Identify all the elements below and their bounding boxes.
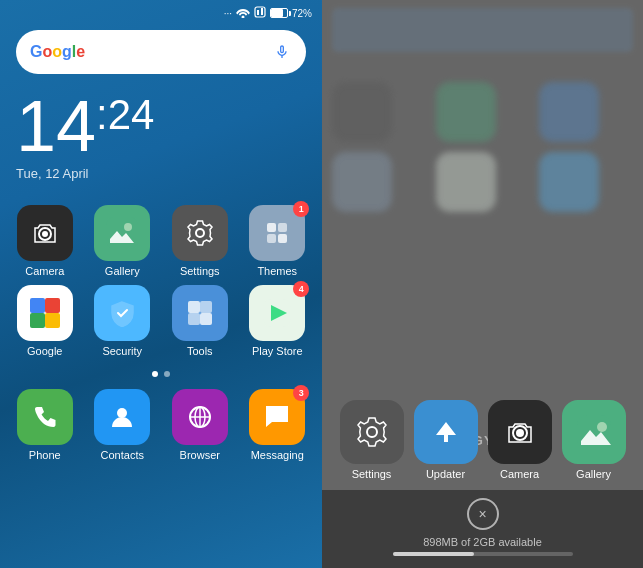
- messaging-badge: 3: [293, 385, 309, 401]
- themes-label: Themes: [257, 265, 297, 277]
- page-dots: [0, 371, 322, 377]
- battery-percent: 72%: [292, 8, 312, 19]
- switcher-updater-icon: [414, 400, 478, 464]
- messaging-label: Messaging: [251, 449, 304, 461]
- svg-rect-17: [188, 313, 200, 325]
- gallery-label: Gallery: [105, 265, 140, 277]
- app-switcher-row: Settings Updater: [322, 390, 643, 490]
- svg-rect-1: [257, 10, 259, 15]
- svg-rect-10: [278, 234, 287, 243]
- dot-2[interactable]: [164, 371, 170, 377]
- switcher-settings-label: Settings: [352, 468, 392, 480]
- switcher-gallery-label: Gallery: [576, 468, 611, 480]
- svg-rect-14: [45, 313, 60, 328]
- tools-label: Tools: [187, 345, 213, 357]
- contacts-label: Contacts: [101, 449, 144, 461]
- app-item-messaging[interactable]: 3 Messaging: [243, 389, 313, 461]
- svg-point-28: [597, 422, 607, 432]
- switcher-gallery-icon: [562, 400, 626, 464]
- security-icon: [94, 285, 150, 341]
- svg-rect-18: [200, 313, 212, 325]
- camera-icon: [17, 205, 73, 261]
- switcher-camera-label: Camera: [500, 468, 539, 480]
- security-label: Security: [102, 345, 142, 357]
- svg-rect-11: [30, 298, 45, 313]
- app-item-playstore[interactable]: 4 Play Store: [243, 285, 313, 357]
- browser-label: Browser: [180, 449, 220, 461]
- switcher-camera[interactable]: Camera: [488, 400, 552, 480]
- switcher-camera-icon: [488, 400, 552, 464]
- close-memory-bar: × 898MB of 2GB available: [322, 490, 643, 568]
- tools-icon: [172, 285, 228, 341]
- settings-label: Settings: [180, 265, 220, 277]
- left-panel: ··· 72% Google: [0, 0, 322, 568]
- svg-rect-16: [200, 301, 212, 313]
- svg-rect-15: [188, 301, 200, 313]
- svg-point-26: [516, 429, 524, 437]
- svg-rect-12: [45, 298, 60, 313]
- app-item-phone[interactable]: Phone: [10, 389, 80, 461]
- close-icon: ×: [478, 506, 486, 522]
- phone-icon: [17, 389, 73, 445]
- svg-point-20: [117, 408, 127, 418]
- date-display: Tue, 12 April: [16, 166, 306, 181]
- svg-rect-13: [30, 313, 45, 328]
- svg-rect-5: [106, 217, 138, 249]
- signal-icon: ···: [224, 8, 232, 19]
- themes-badge: 1: [293, 201, 309, 217]
- right-tray: Settings Updater: [322, 390, 643, 568]
- memory-bar-fill: [393, 552, 474, 556]
- app-item-tools[interactable]: Tools: [165, 285, 235, 357]
- clock-area: 14 : 24 Tue, 12 April: [0, 82, 322, 181]
- app-item-themes[interactable]: 1 Themes: [243, 205, 313, 277]
- time-hour: 14: [16, 90, 96, 162]
- browser-icon: [172, 389, 228, 445]
- right-panel: M BIGYAAN Settings: [322, 0, 643, 568]
- app-item-contacts[interactable]: Contacts: [88, 389, 158, 461]
- settings-icon: [172, 205, 228, 261]
- search-bar[interactable]: Google: [16, 30, 306, 74]
- close-button[interactable]: ×: [467, 498, 499, 530]
- svg-rect-7: [267, 223, 276, 232]
- status-bar: ··· 72%: [0, 0, 322, 22]
- app-item-camera[interactable]: Camera: [10, 205, 80, 277]
- app-item-security[interactable]: Security: [88, 285, 158, 357]
- switcher-gallery[interactable]: Gallery: [562, 400, 626, 480]
- svg-rect-2: [261, 8, 263, 15]
- svg-point-6: [124, 223, 132, 231]
- google-label: Google: [27, 345, 62, 357]
- gallery-icon: [94, 205, 150, 261]
- switcher-updater-label: Updater: [426, 468, 465, 480]
- app-item-settings[interactable]: Settings: [165, 205, 235, 277]
- camera-label: Camera: [25, 265, 64, 277]
- app-item-google[interactable]: Google: [10, 285, 80, 357]
- time-min: 24: [108, 94, 155, 136]
- switcher-settings[interactable]: Settings: [340, 400, 404, 480]
- playstore-label: Play Store: [252, 345, 303, 357]
- app-grid-row1: Camera Gallery: [0, 189, 322, 285]
- wifi-icon: [236, 6, 250, 20]
- google-logo: Google: [30, 43, 85, 61]
- memory-bar: [393, 552, 573, 556]
- app-item-browser[interactable]: Browser: [165, 389, 235, 461]
- battery-icon: [270, 8, 288, 18]
- time-sep: :: [96, 94, 108, 136]
- memory-text: 898MB of 2GB available: [423, 536, 542, 548]
- top-blur-bar: [332, 8, 633, 52]
- dot-1[interactable]: [152, 371, 158, 377]
- app-item-gallery[interactable]: Gallery: [88, 205, 158, 277]
- google-icon: [17, 285, 73, 341]
- svg-rect-8: [278, 223, 287, 232]
- switcher-settings-icon: [340, 400, 404, 464]
- app-grid-row2: Google Security: [0, 285, 322, 365]
- sim-icon: [254, 6, 266, 20]
- svg-rect-9: [267, 234, 276, 243]
- svg-point-4: [42, 231, 48, 237]
- playstore-badge: 4: [293, 281, 309, 297]
- contacts-icon: [94, 389, 150, 445]
- switcher-updater[interactable]: Updater: [414, 400, 478, 480]
- svg-rect-0: [255, 7, 265, 17]
- phone-label: Phone: [29, 449, 61, 461]
- blur-background-area: [322, 72, 643, 222]
- mic-icon[interactable]: [272, 42, 292, 62]
